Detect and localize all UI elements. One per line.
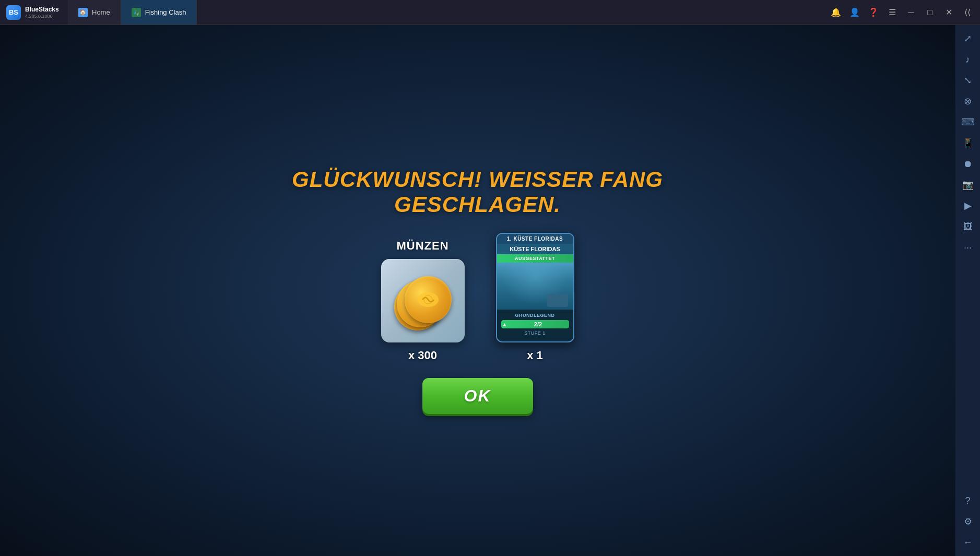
reward-coins: MÜNZEN [381,239,465,362]
volume-icon[interactable]: ♪ [959,50,977,69]
fish-progress-arrow: ▲ [502,322,507,327]
gallery-icon[interactable]: 🖼 [959,217,977,236]
top-bar: BS BlueStacks 4.205.0.1006 🏠 Home 🎣 Fish… [0,0,980,25]
notification-icon[interactable]: 🔔 [828,4,844,21]
bluestacks-icon: BS [6,5,21,20]
reward-items: MÜNZEN [381,233,574,362]
tab-home[interactable]: 🏠 Home [68,0,121,25]
tab-fishing-clash[interactable]: 🎣 Fishing Clash [121,0,197,25]
expand-icon[interactable]: ⤢ [959,29,977,48]
bluestacks-logo: BS BlueStacks 4.205.0.1006 [0,5,68,20]
coins-label: MÜNZEN [396,239,448,253]
bluestacks-name: BlueStacks [25,6,59,13]
ok-button[interactable]: OK [422,378,533,414]
fishing-clash-icon: 🎣 [132,8,141,17]
fish-card-name: KÜSTE FLORIDAS [497,244,573,254]
coin-1 [405,276,452,323]
tab-home-label: Home [92,8,110,16]
fish-progress-bar: ▲ 2/2 [501,320,569,328]
video-icon[interactable]: ▶ [959,196,977,215]
help-icon[interactable]: ❓ [865,4,882,21]
fish-progress-text: 2/2 [508,321,568,327]
phone-icon[interactable]: 📱 [959,134,977,152]
back-icon[interactable]: ← [959,533,977,552]
fish-card: 1. KÜSTE FLORIDAS KÜSTE FLORIDAS AUSGEST… [496,233,574,342]
reward-title: GLÜCKWUNSCH! WEISSER FANG GESCHLAGEN. [292,167,663,218]
fish-card-badge: AUSGESTATTET [497,254,573,263]
reward-title-line1: GLÜCKWUNSCH! WEISSER FANG [292,167,663,192]
camera-icon[interactable]: 📷 [959,175,977,194]
record-icon[interactable]: ⏺ [959,155,977,173]
settings-icon[interactable]: ⚙ [959,512,977,531]
close-button[interactable]: ✕ [940,4,957,21]
more-icon[interactable]: ··· [959,238,977,257]
fish-card-count: x 1 [527,349,543,362]
right-sidebar: ⤢ ♪ ⤡ ⊗ ⌨ 📱 ⏺ 📷 ▶ 🖼 ··· ? ⚙ ← [955,25,980,556]
coin-stack [394,276,452,326]
fish-image-detail [547,294,568,307]
resize-icon[interactable]: ⤡ [959,71,977,90]
tab-fishing-clash-label: Fishing Clash [145,8,186,16]
menu-icon[interactable]: ☰ [884,4,901,21]
collapse-icon[interactable]: ⟨⟨ [959,4,976,21]
reward-popup: GLÜCKWUNSCH! WEISSER FANG GESCHLAGEN. MÜ… [292,167,663,415]
reward-fish-card: 1. KÜSTE FLORIDAS KÜSTE FLORIDAS AUSGEST… [496,233,574,362]
game-area: GLÜCKWUNSCH! WEISSER FANG GESCHLAGEN. MÜ… [0,25,955,556]
minimize-button[interactable]: ─ [903,4,919,21]
home-icon: 🏠 [78,8,88,17]
question-icon[interactable]: ? [959,491,977,510]
bluestacks-version: 4.205.0.1006 [25,14,59,19]
maximize-button[interactable]: □ [922,4,938,21]
coins-count: x 300 [408,349,437,362]
fish-card-bottom: GRUNDLEGEND ▲ 2/2 STUFE 1 [497,310,573,339]
window-controls: 🔔 👤 ❓ ☰ ─ □ ✕ ⟨⟨ [828,0,980,25]
fish-rarity: GRUNDLEGEND [501,313,569,318]
coin-card [381,259,465,342]
link-icon[interactable]: ⊗ [959,92,977,111]
profile-icon[interactable]: 👤 [846,4,863,21]
reward-title-line2: GESCHLAGEN. [292,192,663,217]
fish-stufe: STUFE 1 [501,330,569,336]
keyboard-icon[interactable]: ⌨ [959,113,977,132]
fish-card-image [497,263,573,310]
fish-card-header: 1. KÜSTE FLORIDAS [497,234,573,244]
tab-bar: 🏠 Home 🎣 Fishing Clash [68,0,197,25]
